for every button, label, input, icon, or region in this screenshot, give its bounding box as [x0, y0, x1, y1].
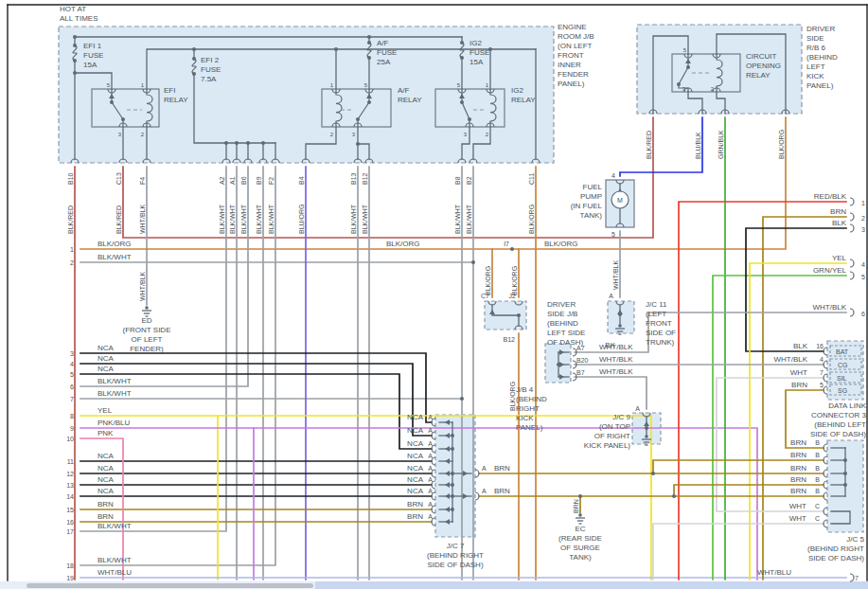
jc7-label: J/C 7(BEHIND RIGHTSIDE OF DASH) [427, 542, 484, 569]
diagram-label: BLK/WHT [256, 204, 262, 234]
switch-contact [677, 82, 681, 86]
diagram-label: 10 [66, 436, 74, 442]
diagram-label: BLK/WHT [362, 204, 368, 234]
junction-dot [73, 71, 77, 75]
diagram-label: B [815, 488, 820, 494]
dlc3-label: DATA LINKCONNECTOR 3(BEHIND LEFTSIDE OF … [810, 402, 867, 438]
diagram-label: WHT/BLU [757, 568, 791, 577]
connector-pin [850, 198, 854, 205]
diagram-label: B2 [466, 176, 472, 185]
diagram-label: 5 [70, 371, 74, 378]
connector-pin [850, 309, 854, 316]
diagram-label: B6 [240, 176, 247, 185]
junction-dot [235, 141, 239, 145]
diagram-label: 8 [70, 413, 74, 419]
switch-contact [367, 100, 371, 104]
diagram-label: 7 [70, 396, 74, 402]
diagram-label: YEL [832, 254, 847, 262]
diagram-label: A [428, 488, 433, 494]
jc9-label: J/C 9(ON TOPOF RIGHTKICK PANEL) [584, 413, 631, 450]
diagram-label: BRN [790, 451, 806, 459]
diagram-label: C11 [528, 173, 535, 185]
diagram-label: NCA [407, 426, 424, 435]
fuel-pump-label: FUELPUMP(IN FUELTANK) [571, 183, 603, 220]
wiring-diagram-page: HOT ATALL TIMESENGINEROOM J/B(ON LEFTFRO… [0, 0, 868, 589]
diagram-label: GRN/YEL [813, 266, 847, 275]
diagram-label: 9 [70, 425, 74, 432]
diagram-label: SIL [837, 375, 847, 382]
connector-pin [850, 224, 854, 232]
diagram-label: A [428, 427, 433, 434]
diagram-label: B9 [256, 176, 262, 185]
diagram-label: NCA [407, 439, 424, 448]
junction-dot [460, 56, 464, 60]
diagram-label: NCA [97, 452, 115, 460]
diagram-label: BLK/WHT [268, 204, 275, 234]
diagram-label: 16 [816, 343, 824, 349]
diagram-label: 3 [861, 226, 865, 233]
diagram-label: NCA [97, 354, 115, 363]
junction-dot [451, 508, 454, 511]
diagram-label: 4 [820, 356, 824, 363]
diagram-label: BRN [407, 512, 423, 521]
diagram-label: BRN [790, 464, 806, 473]
diagram-label: WHT/BLK [139, 272, 146, 301]
diagram-label: M [617, 197, 623, 204]
junction-dot [578, 494, 582, 498]
diagram-label: BLK/ORG [544, 240, 578, 248]
diagram-label: 2 [861, 215, 865, 222]
diagram-label: 17 [66, 528, 74, 535]
engine-room-jb-label: ENGINEROOM J/B(ON LEFTFRONTINNERFENDERPA… [558, 23, 594, 88]
diagram-label: A1 [229, 176, 236, 185]
diagram-label: B [815, 452, 820, 458]
diagram-label: 6 [70, 384, 74, 390]
jc11-label: J/C 11(LEFTFRONTSIDE OFTRUNK) [646, 300, 676, 347]
diagram-label: RED/BLK [814, 192, 847, 201]
diagram-label: B12 [362, 172, 368, 185]
diagram-label: BAT [836, 348, 849, 355]
driver-side-jb-label: DRIVERSIDE J/B(BEHINDLEFT SIDEOF DASH) [547, 300, 585, 347]
diagram-label: B12 [504, 336, 516, 343]
diagram-label: 18 [66, 562, 74, 569]
diagram-label: BLK [832, 219, 847, 227]
junction-dot [192, 57, 196, 61]
diagram-label: 16 [66, 519, 74, 526]
diagram-label: NCA [407, 475, 424, 484]
junction-dot [517, 313, 521, 317]
diagram-label: BLK/ORG [97, 240, 132, 248]
diagram-label: B20 [576, 357, 589, 364]
diagram-label: A [482, 465, 487, 472]
diagram-label: PNK [97, 429, 114, 437]
diagram-label: F4 [139, 177, 146, 185]
diagram-label: BLK/RED [67, 205, 74, 234]
junction-dot [192, 47, 196, 51]
diagram-label: A [428, 513, 433, 520]
wire-b7-whtblk [575, 377, 647, 409]
diagram-label: WHT/BLU [97, 568, 132, 577]
diagram-label: BLK/WHT [97, 522, 132, 530]
switch-contact [356, 117, 360, 121]
diagram-label: NCA [407, 452, 424, 460]
diagram-label: BRN [573, 499, 579, 513]
jb4-label: J/B 4(BEHINDRIGHTKICKPANEL) [516, 385, 547, 432]
driver-side-rb6-label: DRIVERSIDER/B 6(BEHINDLEFTKICKPANEL) [806, 25, 838, 90]
junction-dot [451, 472, 454, 475]
horizontal-scrollbar-thumb[interactable] [27, 583, 313, 588]
jc7-box [435, 415, 475, 537]
diagram-label: BLK/WHT [97, 556, 132, 564]
connector-pin [850, 259, 854, 267]
diagram-label: C [815, 503, 820, 509]
diagram-label: B8 [454, 176, 461, 185]
junction-dot [451, 483, 454, 487]
junction-dot [672, 494, 676, 498]
diagram-label: BLK/RED [646, 131, 652, 159]
diagram-label: A [635, 405, 640, 412]
diagram-label: BLK/WHT [97, 377, 132, 385]
diagram-label: A [609, 293, 613, 299]
diagram-label: NCA [407, 413, 424, 421]
junction-dot [246, 141, 250, 145]
diagram-label: BLU/BLK [695, 132, 701, 159]
wire-row8-yel [80, 416, 651, 580]
junction-dot [356, 142, 360, 146]
jc5-label: J/C 5(BEHIND RIGHTSIDE OF DASH) [807, 535, 865, 562]
